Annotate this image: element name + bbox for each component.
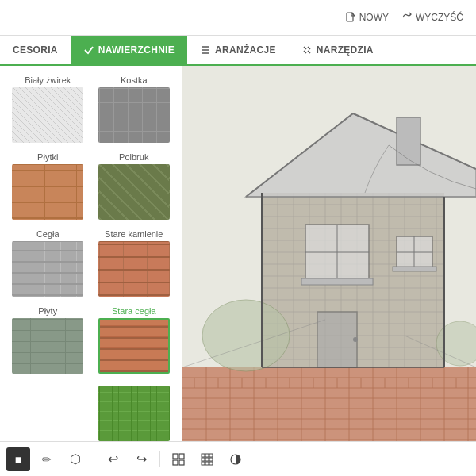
- nav-aranzacje-label: ARANŻACJE: [215, 44, 276, 56]
- nav-bar: CESORIA NAWIERZCHNIE ARANŻACJE NARZĘDZIA: [0, 36, 476, 66]
- svg-rect-81: [179, 454, 184, 459]
- tile-plyta[interactable]: Płyty: [6, 303, 90, 377]
- tile-trawa-img: [98, 386, 170, 441]
- tile-stare-kamienie-img: [98, 241, 170, 297]
- tile-plytki[interactable]: Płytki: [6, 149, 90, 223]
- tile-empty-img: [12, 386, 83, 441]
- tool-pencil-button[interactable]: ✏: [35, 447, 59, 471]
- nav-cesoria-label: CESORIA: [13, 44, 58, 56]
- undo-icon: ↩: [108, 451, 118, 466]
- svg-rect-0: [347, 13, 353, 21]
- svg-rect-87: [202, 458, 205, 461]
- svg-rect-80: [173, 454, 178, 459]
- nav-nawierzchnie[interactable]: NAWIERZCHNIE: [71, 36, 187, 64]
- svg-rect-91: [205, 462, 209, 465]
- grid2-icon: [201, 453, 213, 466]
- tile-plytki-img: [12, 164, 83, 220]
- tool-grid1-button[interactable]: [167, 447, 190, 471]
- redo-icon: ↪: [136, 451, 147, 466]
- svg-rect-74: [397, 117, 420, 165]
- svg-rect-88: [205, 458, 209, 461]
- right-panel: [182, 66, 476, 441]
- svg-rect-89: [209, 458, 213, 461]
- square-icon: ■: [15, 453, 21, 466]
- pencil-icon: ✏: [42, 453, 52, 466]
- toolbar-divider-2: [159, 451, 160, 467]
- paint-icon: ⬡: [70, 451, 81, 466]
- svg-rect-82: [173, 460, 178, 465]
- bottom-toolbar: ■ ✏ ⬡ ↩ ↪: [0, 441, 476, 476]
- nav-narzedzia[interactable]: NARZĘDZIA: [289, 36, 386, 64]
- svg-rect-67: [301, 278, 373, 285]
- house-illustration: [182, 66, 476, 441]
- tool-square-button[interactable]: ■: [6, 447, 30, 471]
- tile-empty: [6, 380, 90, 441]
- main-area: Biały żwirek Kostka Płytki Polbruk: [0, 66, 476, 441]
- grid1-icon: [172, 453, 185, 466]
- tool-redo-button[interactable]: ↪: [129, 447, 153, 471]
- svg-marker-2: [182, 367, 476, 441]
- tile-bialy-zwirek-img: [12, 87, 83, 143]
- svg-rect-71: [393, 267, 436, 271]
- left-panel: Biały żwirek Kostka Płytki Polbruk: [0, 66, 182, 441]
- new-button[interactable]: NOWY: [345, 12, 389, 23]
- tile-stara-cegla[interactable]: Stara cegła: [93, 303, 176, 377]
- tile-bialy-zwirek[interactable]: Biały żwirek: [6, 72, 90, 146]
- contrast-icon: [229, 453, 242, 466]
- top-bar: NOWY WYCZYŚĆ: [0, 0, 476, 36]
- tile-plyta-img: [12, 318, 83, 374]
- tool-grid2-button[interactable]: [195, 447, 219, 471]
- nav-aranzacje[interactable]: ARANŻACJE: [187, 36, 289, 64]
- svg-rect-86: [209, 454, 213, 457]
- new-icon: [345, 12, 356, 23]
- clear-icon: [401, 12, 413, 23]
- arrange-icon: [200, 44, 211, 56]
- tile-trawa[interactable]: [93, 380, 176, 441]
- tile-kostka-img: [98, 87, 170, 143]
- nav-cesoria[interactable]: CESORIA: [0, 36, 71, 64]
- nav-narzedzia-label: NARZĘDZIA: [317, 44, 374, 56]
- svg-rect-83: [179, 460, 184, 465]
- tile-cegla-img: [12, 241, 83, 297]
- svg-rect-85: [205, 454, 209, 457]
- svg-rect-90: [202, 462, 205, 465]
- nav-nawierzchnie-label: NAWIERZCHNIE: [98, 44, 175, 56]
- clear-button[interactable]: WYCZYŚĆ: [401, 12, 463, 23]
- tile-stara-cegla-img: [98, 318, 170, 374]
- svg-rect-92: [209, 462, 213, 465]
- tool-undo-button[interactable]: ↩: [101, 447, 125, 471]
- svg-point-73: [353, 337, 358, 342]
- tool-contrast-button[interactable]: [224, 447, 248, 471]
- tiles-grid: Biały żwirek Kostka Płytki Polbruk: [6, 72, 175, 441]
- tiles-scroll[interactable]: Biały żwirek Kostka Płytki Polbruk: [0, 66, 182, 441]
- tile-cegla[interactable]: Cegła: [6, 226, 90, 300]
- check-icon: [83, 44, 94, 56]
- tile-polbruk-img: [98, 164, 170, 220]
- tool-paint-button[interactable]: ⬡: [63, 447, 87, 471]
- tile-kostka[interactable]: Kostka: [93, 72, 176, 146]
- tile-stare-kamienie[interactable]: Stare kamienie: [93, 226, 176, 300]
- svg-rect-84: [202, 454, 205, 457]
- tile-polbruk[interactable]: Polbruk: [93, 149, 176, 223]
- toolbar-divider-1: [94, 451, 94, 467]
- tools-icon: [301, 44, 313, 56]
